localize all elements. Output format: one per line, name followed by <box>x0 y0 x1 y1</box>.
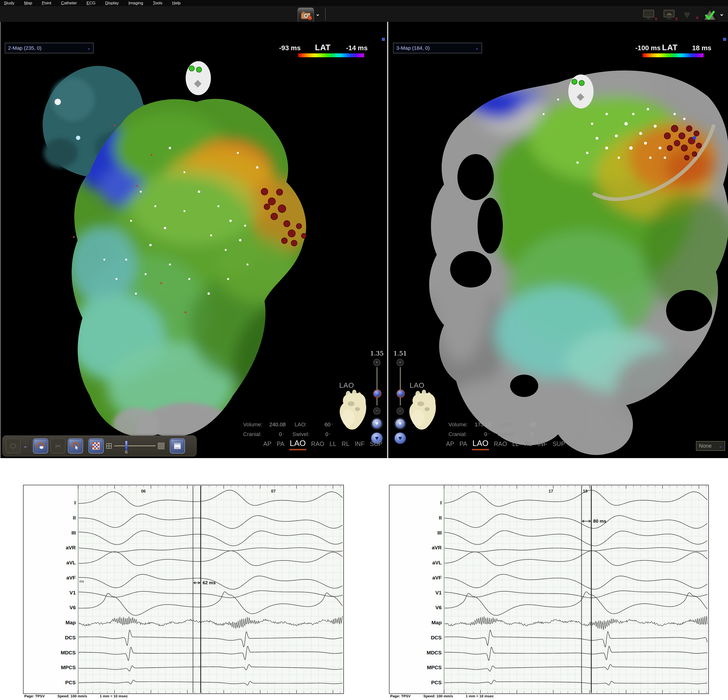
lat-map-3d-left[interactable] <box>0 22 387 458</box>
cut-tool-button[interactable]: ✂ <box>51 439 65 453</box>
map-tools-toolbar: ⌄ ✂ <box>3 436 196 456</box>
fill-viewport-button[interactable]: ♥ <box>371 418 383 429</box>
zoom-track[interactable] <box>400 367 401 406</box>
zoom-in-button[interactable]: + <box>397 359 404 366</box>
xray-monitor-disconnected-icon[interactable]: x <box>643 9 655 20</box>
svg-text:MPCS: MPCS <box>61 665 76 670</box>
map-panel-right[interactable]: 3-Map (184, 0) ⌄ -100 ms LAT 18 ms 1.51 … <box>388 22 728 458</box>
zoom-out-button[interactable]: − <box>373 407 380 415</box>
center-map-button[interactable]: ♥ <box>394 432 406 444</box>
svg-text:V6: V6 <box>69 605 76 610</box>
svg-text:II: II <box>439 515 442 520</box>
fine-grid-icon <box>158 443 164 449</box>
select-tool-button[interactable] <box>6 439 21 453</box>
snapshot-button[interactable] <box>298 7 314 23</box>
orient-button-pa[interactable]: PA <box>277 440 285 447</box>
zoom-slider-left: 1.35 + − ♥ ♥ <box>369 350 385 444</box>
scale-max-label: -14 ms <box>346 44 368 52</box>
view-info-block: Volume: 173.10 LAO: 60 ° Cranial: 0 ° Sw… <box>448 420 538 439</box>
svg-text:V6: V6 <box>435 605 442 610</box>
orient-button-ll[interactable]: LL <box>329 440 337 447</box>
map-selector-label: 3-Map (184, 0) <box>396 45 430 51</box>
fill-threshold-slider[interactable]: 6 <box>114 439 156 453</box>
cranial-label: Cranial: <box>448 431 475 437</box>
disconnected-x: x <box>696 15 699 20</box>
ecg-scale-label: 1 mm = 10 msec <box>100 694 128 698</box>
zoom-in-button[interactable]: + <box>373 359 380 366</box>
orient-button-sup[interactable]: SUP <box>553 440 565 447</box>
menu-ecg[interactable]: ECG <box>87 1 95 6</box>
system-check-button[interactable] <box>702 7 718 23</box>
zoom-thumb[interactable] <box>373 390 381 398</box>
viewer-window-button[interactable] <box>170 439 185 453</box>
ultrasound-monitor-disconnected-icon[interactable]: x <box>663 9 676 20</box>
heart-orientation-icon[interactable] <box>334 389 370 434</box>
catheter-tip-marker <box>693 136 696 140</box>
svg-text:PCS: PCS <box>65 680 76 685</box>
orient-button-rl[interactable]: RL <box>524 440 532 447</box>
svg-text:DCS: DCS <box>65 635 76 640</box>
orient-button-pa[interactable]: PA <box>459 440 467 447</box>
menu-point[interactable]: Point <box>42 1 52 6</box>
overlay-selector[interactable]: None ⌄ <box>696 441 725 451</box>
svg-text:aVL: aVL <box>432 560 442 565</box>
map-selector-left[interactable]: 2-Map (235, 0) ⌄ <box>5 43 94 53</box>
menu-study[interactable]: Study <box>4 1 14 6</box>
degree-symbol: ° <box>536 423 538 427</box>
point-density-button[interactable] <box>88 439 104 453</box>
system-check-dropdown-chevron[interactable]: ⌄ <box>719 10 724 17</box>
select-tool-chevron[interactable]: ⌄ <box>23 443 27 449</box>
orient-button-sup[interactable]: SUP <box>370 440 382 447</box>
orient-button-ap[interactable]: AP <box>446 440 454 447</box>
menu-tools[interactable]: Tools <box>153 1 163 6</box>
top-toolbar: ⌄ x x ♥ x <box>0 6 728 22</box>
ecg-panel-right[interactable]: 171880 msIIIIIIaVRaVLaVFV1V6MapDCSMDCSMP… <box>389 485 709 694</box>
zoom-value: 1.51 <box>392 350 408 357</box>
panel-corner-marker <box>723 38 726 41</box>
zoom-track[interactable] <box>377 367 377 406</box>
orient-button-lao[interactable]: LAO <box>290 439 306 448</box>
reference-heart-disconnected-icon[interactable]: ♥ x <box>684 9 696 19</box>
slider-track[interactable] <box>114 446 156 446</box>
menu-help[interactable]: Help <box>172 1 181 6</box>
orient-button-lao[interactable]: LAO <box>472 439 488 448</box>
menu-imaging[interactable]: Imaging <box>129 1 143 6</box>
volume-label: Volume: <box>448 421 475 428</box>
orient-button-rl[interactable]: RL <box>342 440 350 447</box>
menu-map[interactable]: Map <box>24 1 32 6</box>
orient-button-rao[interactable]: RAO <box>494 440 507 447</box>
lao-label: LAO: <box>295 421 318 428</box>
head-orientation-icon <box>568 75 594 108</box>
map-panel-left[interactable]: 2-Map (235, 0) ⌄ -93 ms LAT -14 ms 1.35 … <box>0 22 387 458</box>
svg-text:07: 07 <box>271 489 276 494</box>
map-selector-right[interactable]: 3-Map (184, 0) ⌄ <box>393 43 482 53</box>
heart-orientation-icon[interactable] <box>403 389 440 434</box>
lat-color-scale[interactable] <box>642 53 703 57</box>
ecg-panel-left[interactable]: 060762 msIIIIIIaVRaVLaVFV1V6MapDCSMDCSMP… <box>23 485 344 694</box>
scale-title: LAT <box>662 43 678 52</box>
lat-color-scale[interactable] <box>298 53 364 57</box>
menu-catheter[interactable]: Catheter <box>61 1 77 6</box>
catheter-visibility-button[interactable] <box>33 439 48 453</box>
cranial-value: 0 <box>475 431 487 437</box>
orient-button-inf[interactable]: INF <box>537 440 547 447</box>
orient-button-inf[interactable]: INF <box>355 440 364 447</box>
zoom-out-button[interactable]: − <box>397 407 404 415</box>
svg-text:06: 06 <box>141 489 146 494</box>
point-select-button[interactable] <box>68 439 83 453</box>
orient-button-ll[interactable]: LL <box>512 440 519 447</box>
svg-text:80 ms: 80 ms <box>593 518 607 524</box>
toolbar-divider <box>167 439 168 453</box>
degree-symbol: ° <box>331 423 333 427</box>
volume-value: 240.08 <box>269 421 295 428</box>
orient-button-ap[interactable]: AP <box>263 440 271 447</box>
svg-text:MDCS: MDCS <box>61 650 76 655</box>
degree-symbol: ° <box>282 433 284 436</box>
svg-text:DCS: DCS <box>431 635 442 640</box>
svg-text:17: 17 <box>549 489 553 494</box>
menu-display[interactable]: Display <box>105 1 118 6</box>
orient-button-rao[interactable]: RAO <box>311 440 324 447</box>
snapshot-dropdown-chevron[interactable]: ⌄ <box>315 11 320 17</box>
window-icon <box>173 442 181 450</box>
ecg-scale-label: 1 mm = 10 msec <box>466 694 494 698</box>
